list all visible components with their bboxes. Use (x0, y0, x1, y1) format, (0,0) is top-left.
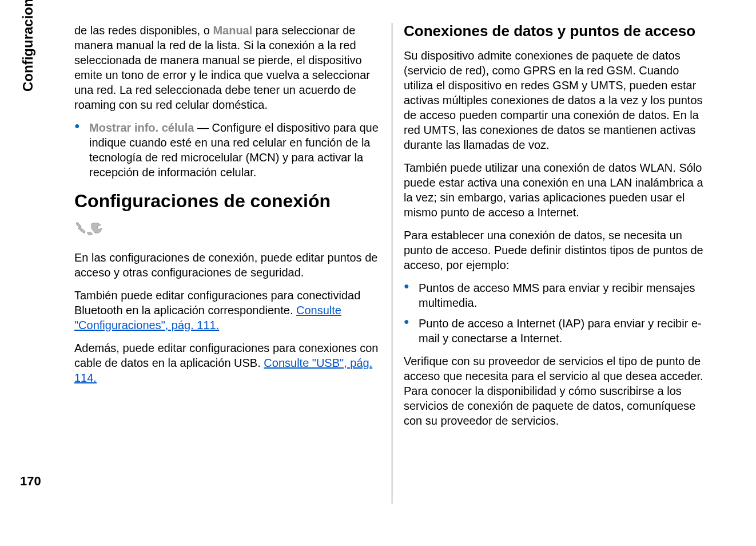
conn-settings-p2: También puede editar configuraciones par… (74, 288, 380, 333)
conn-settings-p3: Además, puede editar configuraciones par… (74, 341, 380, 385)
page-number: 170 (20, 474, 41, 489)
intro-text-1b: para seleccionar de manera manual la red… (74, 24, 370, 111)
left-column: de las redes disponibles, o Manual para … (63, 23, 392, 504)
svg-rect-0 (78, 227, 85, 234)
mostrar-info-label: Mostrar info. célula (89, 121, 194, 134)
list-item: Mostrar info. célula — Configure el disp… (74, 120, 380, 180)
conn-settings-p1: En las configuraciones de conexión, pued… (74, 250, 380, 280)
access-point-list: Puntos de acceso MMS para enviar y recib… (404, 280, 710, 346)
intro-manual-label: Manual (213, 24, 252, 37)
intro-text-1a: de las redes disponibles, o (74, 24, 213, 37)
right-p3: Para establecer una conexión de datos, s… (404, 228, 710, 272)
intro-continuation: de las redes disponibles, o Manual para … (74, 23, 380, 112)
section-side-label: Configuraciones (20, 0, 36, 92)
mostrar-info-list: Mostrar info. célula — Configure el disp… (74, 120, 380, 180)
right-p1: Su dispositivo admite conexiones de paqu… (404, 48, 710, 152)
right-p2: También puede utilizar una conexión de d… (404, 160, 710, 220)
bullet-text-iap: Punto de acceso a Internet (IAP) para en… (419, 317, 702, 345)
page-content: de las redes disponibles, o Manual para … (63, 23, 722, 504)
list-item: Puntos de acceso MMS para enviar y recib… (404, 280, 710, 310)
connection-settings-heading: Configuraciones de conexión (74, 191, 380, 211)
settings-icon (74, 220, 103, 241)
right-p4: Verifique con su proveedor de servicios … (404, 354, 710, 428)
data-connections-heading: Conexiones de datos y puntos de acceso (404, 23, 710, 40)
bullet-text-mms: Puntos de acceso MMS para enviar y recib… (419, 282, 695, 309)
list-item: Punto de acceso a Internet (IAP) para en… (404, 316, 710, 346)
right-column: Conexiones de datos y puntos de acceso S… (392, 23, 722, 504)
